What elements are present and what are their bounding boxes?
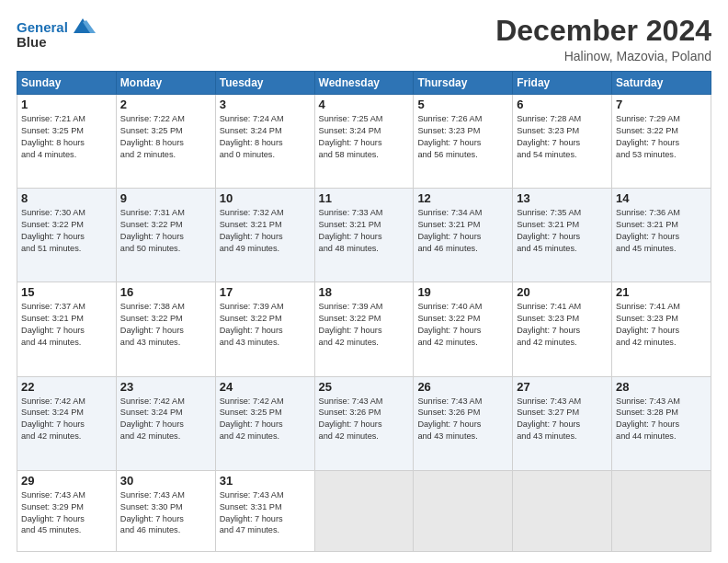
day-number: 10 [220, 191, 311, 205]
day-info: Sunrise: 7:26 AM Sunset: 3:23 PM Dayligh… [417, 113, 508, 161]
logo-text-general: General [17, 19, 68, 35]
table-row: 9Sunrise: 7:31 AM Sunset: 3:22 PM Daylig… [116, 189, 215, 282]
table-row: 14Sunrise: 7:36 AM Sunset: 3:21 PM Dayli… [612, 189, 711, 282]
day-number: 1 [21, 98, 112, 111]
day-info: Sunrise: 7:38 AM Sunset: 3:22 PM Dayligh… [120, 301, 211, 349]
day-info: Sunrise: 7:43 AM Sunset: 3:30 PM Dayligh… [120, 489, 211, 537]
table-row: 6Sunrise: 7:28 AM Sunset: 3:23 PM Daylig… [513, 95, 612, 189]
day-number: 12 [417, 191, 508, 205]
table-row: 24Sunrise: 7:42 AM Sunset: 3:25 PM Dayli… [215, 376, 314, 470]
col-monday: Monday [116, 72, 215, 95]
col-saturday: Saturday [612, 72, 711, 95]
table-row: 19Sunrise: 7:40 AM Sunset: 3:22 PM Dayli… [414, 282, 513, 376]
day-info: Sunrise: 7:34 AM Sunset: 3:21 PM Dayligh… [417, 207, 508, 255]
day-info: Sunrise: 7:41 AM Sunset: 3:23 PM Dayligh… [517, 301, 608, 349]
day-number: 16 [120, 285, 211, 299]
day-info: Sunrise: 7:42 AM Sunset: 3:24 PM Dayligh… [120, 396, 211, 443]
logo-text-blue: Blue [17, 35, 96, 51]
day-info: Sunrise: 7:28 AM Sunset: 3:23 PM Dayligh… [517, 113, 608, 161]
day-info: Sunrise: 7:36 AM Sunset: 3:21 PM Dayligh… [616, 207, 707, 255]
day-number: 20 [517, 285, 608, 299]
col-wednesday: Wednesday [314, 72, 414, 95]
day-number: 30 [120, 474, 211, 488]
day-number: 21 [616, 285, 707, 299]
table-row: 22Sunrise: 7:42 AM Sunset: 3:24 PM Dayli… [17, 376, 117, 470]
day-info: Sunrise: 7:24 AM Sunset: 3:24 PM Dayligh… [220, 113, 311, 161]
day-number: 28 [616, 380, 707, 394]
day-number: 4 [319, 98, 410, 111]
day-number: 3 [220, 98, 311, 111]
table-row: 4Sunrise: 7:25 AM Sunset: 3:24 PM Daylig… [314, 95, 414, 189]
day-info: Sunrise: 7:30 AM Sunset: 3:22 PM Dayligh… [21, 207, 112, 255]
day-number: 19 [417, 285, 508, 299]
day-info: Sunrise: 7:43 AM Sunset: 3:26 PM Dayligh… [417, 396, 508, 443]
table-row [314, 470, 414, 551]
table-row: 23Sunrise: 7:42 AM Sunset: 3:24 PM Dayli… [116, 376, 215, 470]
day-info: Sunrise: 7:40 AM Sunset: 3:22 PM Dayligh… [417, 301, 508, 349]
day-info: Sunrise: 7:37 AM Sunset: 3:21 PM Dayligh… [21, 301, 112, 349]
table-row: 17Sunrise: 7:39 AM Sunset: 3:22 PM Dayli… [215, 282, 314, 376]
day-info: Sunrise: 7:29 AM Sunset: 3:22 PM Dayligh… [616, 113, 707, 161]
table-row: 7Sunrise: 7:29 AM Sunset: 3:22 PM Daylig… [612, 95, 711, 189]
day-number: 2 [120, 98, 211, 111]
day-number: 26 [417, 380, 508, 394]
table-row: 13Sunrise: 7:35 AM Sunset: 3:21 PM Dayli… [513, 189, 612, 282]
table-row: 8Sunrise: 7:30 AM Sunset: 3:22 PM Daylig… [17, 189, 117, 282]
col-friday: Friday [513, 72, 612, 95]
day-number: 22 [21, 380, 112, 394]
table-row: 5Sunrise: 7:26 AM Sunset: 3:23 PM Daylig… [414, 95, 513, 189]
day-info: Sunrise: 7:39 AM Sunset: 3:22 PM Dayligh… [319, 301, 410, 349]
day-info: Sunrise: 7:39 AM Sunset: 3:22 PM Dayligh… [220, 301, 311, 349]
table-row: 25Sunrise: 7:43 AM Sunset: 3:26 PM Dayli… [314, 376, 414, 470]
page: General Blue December 2024 Halinow, Mazo… [0, 0, 728, 563]
table-row: 26Sunrise: 7:43 AM Sunset: 3:26 PM Dayli… [414, 376, 513, 470]
table-row: 2Sunrise: 7:22 AM Sunset: 3:25 PM Daylig… [116, 95, 215, 189]
col-thursday: Thursday [414, 72, 513, 95]
day-number: 15 [21, 285, 112, 299]
day-info: Sunrise: 7:43 AM Sunset: 3:29 PM Dayligh… [21, 489, 112, 537]
day-info: Sunrise: 7:42 AM Sunset: 3:24 PM Dayligh… [21, 396, 112, 443]
day-info: Sunrise: 7:33 AM Sunset: 3:21 PM Dayligh… [319, 207, 410, 255]
day-number: 31 [220, 474, 311, 488]
day-number: 6 [517, 98, 608, 111]
table-row: 12Sunrise: 7:34 AM Sunset: 3:21 PM Dayli… [414, 189, 513, 282]
table-row: 20Sunrise: 7:41 AM Sunset: 3:23 PM Dayli… [513, 282, 612, 376]
day-number: 9 [120, 191, 211, 205]
table-row: 1Sunrise: 7:21 AM Sunset: 3:25 PM Daylig… [17, 95, 117, 189]
table-row: 21Sunrise: 7:41 AM Sunset: 3:23 PM Dayli… [612, 282, 711, 376]
table-row: 28Sunrise: 7:43 AM Sunset: 3:28 PM Dayli… [612, 376, 711, 470]
day-info: Sunrise: 7:41 AM Sunset: 3:23 PM Dayligh… [616, 301, 707, 349]
table-row [612, 470, 711, 551]
day-number: 29 [21, 474, 112, 488]
day-info: Sunrise: 7:43 AM Sunset: 3:26 PM Dayligh… [319, 396, 410, 443]
day-number: 24 [220, 380, 311, 394]
day-info: Sunrise: 7:43 AM Sunset: 3:31 PM Dayligh… [220, 489, 311, 537]
day-number: 18 [319, 285, 410, 299]
day-info: Sunrise: 7:42 AM Sunset: 3:25 PM Dayligh… [220, 396, 311, 443]
day-info: Sunrise: 7:43 AM Sunset: 3:27 PM Dayligh… [517, 396, 608, 443]
day-info: Sunrise: 7:31 AM Sunset: 3:22 PM Dayligh… [120, 207, 211, 255]
day-number: 23 [120, 380, 211, 394]
day-number: 11 [319, 191, 410, 205]
table-row: 10Sunrise: 7:32 AM Sunset: 3:21 PM Dayli… [215, 189, 314, 282]
day-number: 5 [417, 98, 508, 111]
day-info: Sunrise: 7:43 AM Sunset: 3:28 PM Dayligh… [616, 396, 707, 443]
day-number: 8 [21, 191, 112, 205]
table-row: 30Sunrise: 7:43 AM Sunset: 3:30 PM Dayli… [116, 470, 215, 551]
table-row: 11Sunrise: 7:33 AM Sunset: 3:21 PM Dayli… [314, 189, 414, 282]
location-subtitle: Halinow, Mazovia, Poland [495, 49, 711, 63]
day-info: Sunrise: 7:21 AM Sunset: 3:25 PM Dayligh… [21, 113, 112, 161]
calendar-table: Sunday Monday Tuesday Wednesday Thursday… [17, 71, 711, 552]
table-row: 18Sunrise: 7:39 AM Sunset: 3:22 PM Dayli… [314, 282, 414, 376]
day-number: 17 [220, 285, 311, 299]
header: General Blue December 2024 Halinow, Mazo… [17, 15, 711, 63]
day-info: Sunrise: 7:32 AM Sunset: 3:21 PM Dayligh… [220, 207, 311, 255]
col-sunday: Sunday [17, 72, 117, 95]
day-number: 7 [616, 98, 707, 111]
day-number: 25 [319, 380, 410, 394]
table-row [414, 470, 513, 551]
logo: General Blue [17, 18, 96, 51]
title-block: December 2024 Halinow, Mazovia, Poland [495, 15, 711, 63]
logo-icon [70, 17, 96, 37]
col-tuesday: Tuesday [215, 72, 314, 95]
